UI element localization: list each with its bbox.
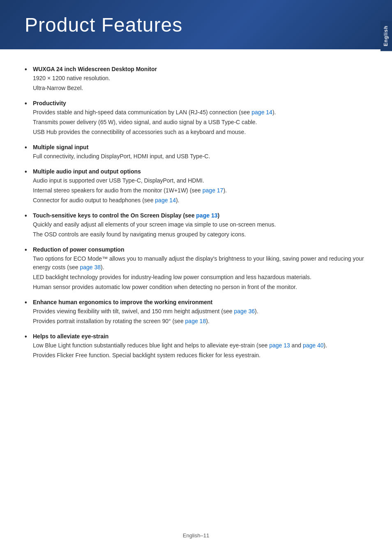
page-link[interactable]: page 14 [155, 197, 176, 204]
page-link[interactable]: page 40 [303, 342, 324, 349]
feature-title: Reduction of power consumption [33, 246, 367, 253]
list-item: Multiple audio input and output options … [25, 168, 367, 205]
feature-title: WUXGA 24 inch Widescreen Desktop Monitor [33, 66, 367, 72]
detail-item: Human sensor provides automatic low powe… [33, 283, 367, 291]
feature-title: Multiple audio input and output options [33, 168, 367, 175]
list-item: Reduction of power consumption Two optio… [25, 246, 367, 291]
header-banner: Product Features [0, 0, 392, 49]
detail-item: USB Hub provides the connectibility of a… [33, 128, 367, 136]
detail-item: 1920 × 1200 native resolution. [33, 74, 367, 83]
page-link[interactable]: page 38 [80, 264, 101, 271]
feature-title: Multiple signal input [33, 144, 367, 150]
detail-item: Connector for audio output to headphones… [33, 196, 367, 205]
feature-details: 1920 × 1200 native resolution. Ultra-Nar… [33, 74, 367, 92]
feature-title: Touch-sensitive keys to control the On S… [33, 212, 367, 219]
detail-item: Full connectivity, including DisplayPort… [33, 152, 367, 161]
list-item: Productivity Provides stable and high-sp… [25, 100, 367, 136]
detail-item: Provides stable and high-speed data comm… [33, 108, 367, 117]
detail-item: Provides Flicker Free function. Special … [33, 351, 367, 360]
feature-details: Provides stable and high-speed data comm… [33, 108, 367, 136]
feature-details: Low Blue Light function substantially re… [33, 341, 367, 360]
page-link[interactable]: page 18 [185, 318, 206, 324]
main-content: WUXGA 24 inch Widescreen Desktop Monitor… [0, 62, 392, 392]
detail-item: LED backlight technology provides for in… [33, 273, 367, 282]
list-item: Touch-sensitive keys to control the On S… [25, 212, 367, 239]
language-tab: English [380, 21, 392, 51]
page-link[interactable]: page 14 [251, 109, 272, 116]
page-link[interactable]: page 13 [196, 212, 217, 219]
list-item: Helps to alleviate eye-strain Low Blue L… [25, 333, 367, 360]
feature-details: Two options for ECO Mode™ allows you to … [33, 254, 367, 291]
feature-title: Enhance human ergonomics to improve the … [33, 299, 367, 305]
detail-item: The OSD controls are easily found by nav… [33, 230, 367, 239]
detail-item: Low Blue Light function substantially re… [33, 341, 367, 350]
list-item: WUXGA 24 inch Widescreen Desktop Monitor… [25, 66, 367, 92]
detail-item: Transmits power delivery (65 W), video s… [33, 118, 367, 127]
detail-item: Provides portrait installation by rotati… [33, 317, 367, 326]
feature-details: Quickly and easily adjust all elements o… [33, 220, 367, 239]
feature-title: Productivity [33, 100, 367, 106]
feature-details: Full connectivity, including DisplayPort… [33, 152, 367, 161]
page-number: English–11 [183, 532, 209, 539]
feature-details: Audio input is supported over USB Type-C… [33, 176, 367, 205]
list-item: Enhance human ergonomics to improve the … [25, 299, 367, 326]
page-title: Product Features [25, 14, 182, 36]
detail-item: Internal stereo speakers for audio from … [33, 186, 367, 195]
page-link[interactable]: page 13 [269, 342, 290, 349]
list-item: Multiple signal input Full connectivity,… [25, 144, 367, 161]
feature-list: WUXGA 24 inch Widescreen Desktop Monitor… [25, 66, 367, 360]
page-link[interactable]: page 17 [203, 187, 224, 194]
feature-title: Helps to alleviate eye-strain [33, 333, 367, 340]
footer: English–11 [0, 524, 392, 547]
detail-item: Quickly and easily adjust all elements o… [33, 220, 367, 229]
feature-details: Provides viewing flexibility with tilt, … [33, 307, 367, 326]
detail-item: Audio input is supported over USB Type-C… [33, 176, 367, 185]
detail-item: Provides viewing flexibility with tilt, … [33, 307, 367, 316]
detail-item: Two options for ECO Mode™ allows you to … [33, 254, 367, 272]
detail-item: Ultra-Narrow Bezel. [33, 84, 367, 92]
page-link[interactable]: page 36 [234, 308, 255, 314]
